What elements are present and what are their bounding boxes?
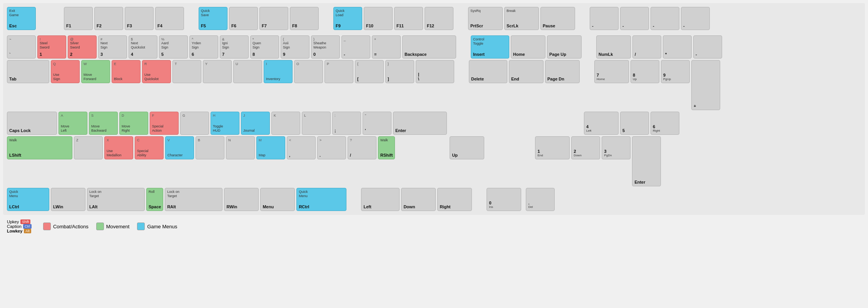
key-y[interactable]: Y [203,60,232,83]
key-1[interactable]: ! SteelSword 1 [37,35,66,59]
key-pause[interactable]: Pause [540,7,575,30]
key-f2[interactable]: F2 [94,7,123,30]
key-2[interactable]: @ SilverSword 2 [68,35,97,59]
key-numdot[interactable]: . Del [526,188,555,211]
key-t[interactable]: T [172,60,201,83]
key-nav-down[interactable]: Down [401,188,436,211]
key-scrlk[interactable]: Break ScrLk [504,7,539,30]
key-f1[interactable]: F1 [64,7,93,30]
key-num8[interactable]: 8 Up [631,60,659,83]
key-plus[interactable]: + = [372,35,401,59]
key-empty3[interactable]: - [651,7,679,30]
key-num1[interactable]: 1 End [535,136,570,159]
key-enter[interactable]: Enter [393,112,447,135]
key-num6[interactable]: 6 Right [651,112,679,135]
key-f12[interactable]: F12 [425,7,453,30]
key-b[interactable]: B [196,136,224,159]
key-r[interactable]: R UseQuickslot [142,60,171,83]
key-e[interactable]: E Block [112,60,140,83]
key-5[interactable]: % AardSign 5 [159,35,188,59]
key-num2[interactable]: 2 Down [571,136,600,159]
key-backslash[interactable]: |\ [416,60,454,83]
key-3[interactable]: # NextSign 3 [98,35,127,59]
key-nav-left[interactable]: Left [361,188,400,211]
key-h[interactable]: H ToggleHUD [211,112,239,135]
key-f9[interactable]: QuickLoad F9 [333,7,362,30]
key-7[interactable]: & IgniSign 7 [220,35,249,59]
key-num7[interactable]: 7 Home [594,60,629,83]
key-o[interactable]: O [294,60,323,83]
key-empty4[interactable]: - [681,7,710,30]
key-rctrl[interactable]: QuickMenu RCtrl [296,188,346,211]
key-tab[interactable]: Tab [7,60,49,83]
key-j[interactable]: J Journal [241,112,270,135]
key-up[interactable]: Up [450,136,484,159]
key-4[interactable]: $ NextQuickslot 4 [129,35,157,59]
key-nav-right[interactable]: Right [437,188,472,211]
key-num5[interactable]: 5 [620,112,649,135]
key-lctrl[interactable]: QuickMenu LCtrl [7,188,49,211]
key-numslash[interactable]: / [632,35,661,59]
key-numstar[interactable]: * [663,35,692,59]
key-empty2[interactable]: - [620,7,649,30]
key-lalt[interactable]: Lock onTarget LAlt [87,188,145,211]
key-x[interactable]: X UseMedallion [104,136,133,159]
key-w[interactable]: W MoveForward [81,60,110,83]
key-0[interactable]: ) SheatheWeapon 0 [311,35,340,59]
key-end[interactable]: End [509,60,544,83]
key-num0[interactable]: 0 Ins [487,188,521,211]
key-sysrq[interactable]: SysRq PrtScr [468,7,503,30]
key-lwin[interactable]: LWin [51,188,85,211]
key-8[interactable]: * QuenSign 8 [250,35,279,59]
key-f11[interactable]: F11 [394,7,423,30]
key-minus[interactable]: _ - [341,35,370,59]
key-s[interactable]: S MoveBackward [89,112,118,135]
key-rbracket[interactable]: } ] [385,60,414,83]
key-l[interactable]: L [302,112,331,135]
key-quote[interactable]: " ' [363,112,391,135]
key-u[interactable]: U [233,60,262,83]
key-num9[interactable]: 9 PgUp [661,60,690,83]
key-capslock[interactable]: Caps Lock [7,112,57,135]
key-home[interactable]: Home [511,35,545,59]
key-empty1[interactable]: - [590,7,619,30]
key-space[interactable]: Roll Space [146,188,163,211]
key-z[interactable]: Z [74,136,103,159]
key-rwin[interactable]: RWin [224,188,259,211]
key-f8[interactable]: F8 [290,7,319,30]
key-semicolon[interactable]: : ; [332,112,361,135]
key-numplus[interactable]: + [691,60,720,110]
key-delete[interactable]: Delete [469,60,507,83]
key-num4[interactable]: 4 Left [584,112,619,135]
key-9[interactable]: ( AxiiSign 9 [281,35,309,59]
key-n[interactable]: N [226,136,255,159]
key-a[interactable]: A MoveLeft [59,112,87,135]
key-m[interactable]: M Map [256,136,285,159]
key-tilde[interactable]: ~ ` [7,35,36,59]
key-numlk[interactable]: NumLk [596,35,631,59]
key-lshift[interactable]: Walk LShift [7,136,72,159]
key-g[interactable]: G [180,112,209,135]
key-num3[interactable]: 3 PgDn [602,136,631,159]
key-backspace[interactable]: Backspace [402,35,456,59]
key-numenter[interactable]: Enter [632,136,661,186]
key-q[interactable]: Q UseSign [51,60,80,83]
key-esc[interactable]: ExitGame Esc [7,7,36,30]
key-menu[interactable]: Menu [260,188,295,211]
key-f10[interactable]: F10 [364,7,393,30]
key-f3[interactable]: F3 [125,7,154,30]
key-f4[interactable]: F4 [155,7,184,30]
key-comma[interactable]: < , [287,136,316,159]
key-p[interactable]: P [324,60,353,83]
key-d[interactable]: D MoveRight [119,112,148,135]
key-slash[interactable]: ? / [348,136,376,159]
key-numminus[interactable]: - [693,35,722,59]
key-f5[interactable]: QuickSave F5 [199,7,227,30]
key-i[interactable]: I Inventory [264,60,293,83]
key-f[interactable]: F SpecialAction [150,112,179,135]
key-ralt[interactable]: Lock onTarget RAlt [165,188,222,211]
key-f6[interactable]: F6 [229,7,258,30]
key-rshift[interactable]: Walk RShift [378,136,395,159]
key-c[interactable]: C SpecialAbility [135,136,164,159]
key-f7[interactable]: F7 [259,7,288,30]
